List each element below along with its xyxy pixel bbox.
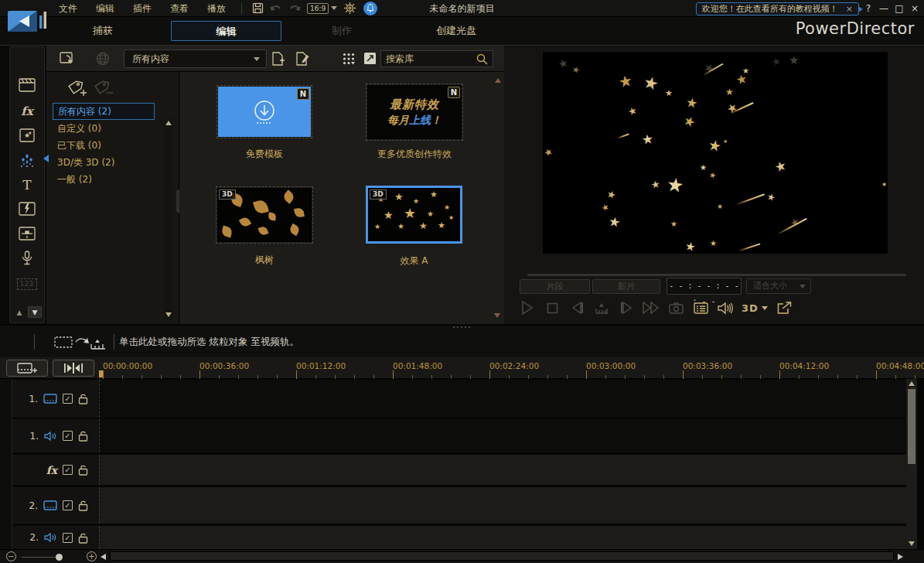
welcome-notification[interactable]: 欢迎您！在此查看所有的教程视频！ × [696,2,859,15]
track-header-video2[interactable]: 2. ✓ [0,487,99,524]
scroll-down-icon[interactable] [494,313,500,318]
track-enable-checkbox[interactable]: ✓ [63,465,73,475]
edit-item-icon[interactable] [294,48,312,70]
aspect-ratio-control[interactable]: 16:9 [304,3,337,14]
play-button[interactable] [515,299,540,317]
view-options-grid-icon[interactable] [339,48,358,70]
maximize-button[interactable]: □ [892,3,907,14]
tab-create-disc[interactable]: 创建光盘 [410,21,503,41]
track-manager-button[interactable] [6,360,48,377]
track-enable-checkbox[interactable]: ✓ [63,394,73,404]
3d-mode-dropdown[interactable]: 3D [738,299,772,317]
track-lane-audio1[interactable] [99,419,906,452]
thumb-more-effects[interactable]: 最新特效 每月上线！ N [367,85,462,139]
help-button[interactable]: ? [861,3,876,14]
track-enable-checkbox[interactable]: ✓ [63,431,73,441]
playhead[interactable] [99,370,103,377]
track-lane-video1[interactable] [99,380,906,418]
movie-mode-button[interactable]: 影片 [592,279,660,294]
scroll-down-icon[interactable] [909,541,915,546]
trim-button[interactable] [53,360,94,377]
previous-frame-button[interactable] [564,299,589,317]
snapshot-camera-icon[interactable] [663,299,688,317]
category-item[interactable]: 已下载 (0) [53,137,155,154]
menu-plugins[interactable]: 插件 [124,0,161,17]
timecode-display[interactable]: - - : - - : - - : - - [667,278,742,295]
category-item[interactable]: 3D/类 3D (2) [53,154,155,171]
scroll-up-icon[interactable] [165,121,172,125]
undo-icon[interactable] [267,1,285,16]
scroll-down-icon[interactable] [165,312,172,317]
particle-room-icon[interactable] [10,151,44,171]
stop-button[interactable] [540,299,564,317]
scroll-left-icon[interactable] [101,554,106,560]
unlock-icon[interactable] [78,393,88,404]
vertical-scrollbar[interactable] [906,379,917,549]
drag-hint-strip[interactable]: 单击此处或拖动所选 炫粒对象 至视频轨。 [0,325,924,357]
next-frame-button[interactable] [614,299,639,317]
unlock-icon[interactable] [78,464,88,476]
download-templates-globe-icon[interactable] [93,48,113,70]
panel-splitter-handle[interactable] [453,326,470,328]
track-lane-video2[interactable] [99,487,906,524]
scroll-right-icon[interactable] [898,554,903,560]
settings-gear-icon[interactable] [340,1,359,16]
voiceover-room-icon[interactable] [10,248,44,268]
volume-icon[interactable] [713,299,738,317]
preview-seek-bar[interactable] [527,274,906,276]
menu-play[interactable]: 播放 [198,0,235,17]
notification-bell-icon[interactable] [363,2,377,15]
ruler[interactable]: 00:00:00:0000:00:36:0000:01:12:0000:01:4… [99,357,924,379]
audio-mixing-room-icon[interactable] [10,223,44,244]
tab-edit[interactable]: 编辑 [171,21,281,41]
import-media-icon[interactable] [57,48,77,70]
fit-size-dropdown[interactable]: 适合大小 [746,278,811,294]
undock-preview-icon[interactable] [772,299,796,317]
unlock-icon[interactable] [78,532,88,544]
enlarge-library-icon[interactable] [360,48,379,70]
zoom-in-button[interactable]: + [87,551,97,561]
library-filter-dropdown[interactable]: 所有内容 [124,49,267,68]
category-item[interactable]: 自定义 (0) [53,120,155,137]
close-button[interactable]: × [907,3,922,14]
category-scrollbar[interactable] [164,118,172,319]
track-lane-fx[interactable] [99,455,906,485]
chapter-room-icon[interactable]: 123 [10,274,44,294]
fast-forward-button[interactable] [639,299,663,317]
track-header-video1[interactable]: 1. ✓ [0,380,99,418]
new-item-icon[interactable] [269,48,288,70]
menu-view[interactable]: 查看 [161,0,198,17]
transition-room-icon[interactable] [10,199,44,219]
room-scroll-down-icon[interactable]: ▼ [28,306,42,318]
thumb-effect-a[interactable]: ★★★★★★★★★★★★★ 3D [366,186,462,244]
zoom-out-button[interactable]: − [6,551,16,561]
add-tag-icon[interactable] [65,78,88,100]
track-lane-audio2[interactable] [99,526,906,549]
media-room-icon[interactable] [10,75,44,95]
horizontal-scrollbar[interactable] [110,551,894,561]
unlock-icon[interactable] [78,430,88,442]
room-scroll-up-icon[interactable]: ▲ [12,306,26,318]
preview-video[interactable]: ★★★★★★★★★★★★★★★★★★★★★★★★★★★★★★★★★★ [543,52,888,254]
thumb-free-templates[interactable]: N [218,87,311,137]
unlock-icon[interactable] [78,500,88,511]
scroll-up-icon[interactable] [495,78,501,83]
track-enable-checkbox[interactable]: ✓ [63,500,73,510]
menu-file[interactable]: 文件 [49,0,87,17]
minimize-button[interactable]: — [876,3,892,14]
redo-icon[interactable] [285,1,304,16]
zoom-slider-handle[interactable] [56,554,63,561]
scroll-up-icon[interactable] [909,381,915,386]
clip-mode-button[interactable]: 片段 [520,279,590,294]
step-button[interactable] [589,299,614,317]
thumb-maple[interactable]: 3D [217,188,312,242]
track-header-audio1[interactable]: 1. ✓ [0,419,99,452]
title-room-icon[interactable]: T [10,175,44,195]
menu-edit[interactable]: 编辑 [87,0,124,17]
tab-produce[interactable]: 制作 [303,21,380,41]
pip-objects-room-icon[interactable]: ★★ [10,125,44,145]
zoom-slider-track[interactable] [22,557,56,558]
category-item[interactable]: 所有内容 (2) [53,103,155,120]
track-header-fx[interactable]: fx ✓ [0,455,99,485]
track-header-audio2[interactable]: 2. ✓ [0,526,99,549]
